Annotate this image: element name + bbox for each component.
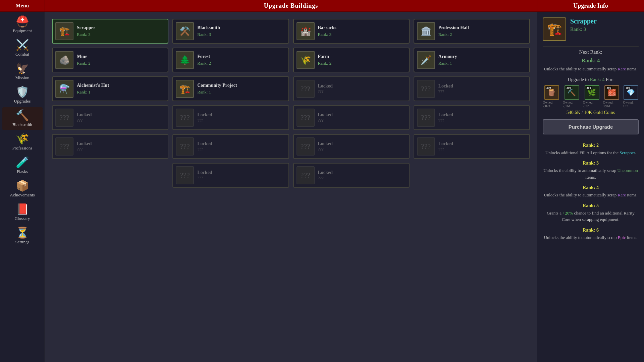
ore-icon: ⛏️ xyxy=(568,88,576,97)
farm-building-icon: 🌾 xyxy=(297,51,315,69)
locked-7-2-icon: ??? xyxy=(176,166,194,184)
rank-6-desc: Unlocks the ability to automatically scr… xyxy=(543,234,639,241)
upgrade-info-label: Upgrade Info xyxy=(573,2,608,9)
locked-5-3-info: Locked ??? xyxy=(318,141,406,152)
locked-5-3-name: Locked xyxy=(318,141,406,146)
upgrades-icon: 🛡️ xyxy=(16,86,29,97)
mine-rank: Rank: 2 xyxy=(77,61,165,66)
rank-2-desc: Unlocks additional Fill All options for … xyxy=(543,149,639,156)
building-card-scrapper[interactable]: 🏗️ Scrapper Rank: 3 xyxy=(52,19,168,44)
rank-2-label: Rank: 2 xyxy=(543,143,639,148)
sidebar-item-professions[interactable]: 🌾 Professions xyxy=(2,131,43,154)
locked-7-3-icon: ??? xyxy=(297,166,315,184)
scrapper-building-icon: 🏗️ xyxy=(55,22,73,40)
selected-building-name: Scrapper xyxy=(570,17,639,25)
purchase-upgrade-button[interactable]: Purchase Upgrade xyxy=(543,119,639,134)
cost-icon-stone: 🧱 300 xyxy=(604,85,619,100)
gem-icon: 💎 xyxy=(627,88,635,97)
building-card-forest[interactable]: 🌲 Forest Rank: 2 xyxy=(172,48,289,72)
rank-3-label: Rank: 3 xyxy=(543,161,639,166)
gold-amount: 540.6K xyxy=(567,110,581,115)
selected-building-current-rank: Rank: 3 xyxy=(570,26,639,32)
locked-4-4-info: Locked ??? xyxy=(438,112,527,123)
sidebar-item-flasks[interactable]: 🧪 Flasks xyxy=(2,154,43,177)
sidebar-item-combat[interactable]: ⚔️ Combat xyxy=(2,37,43,60)
main-body: ⛑️ Equipment ⚔️ Combat 🦅 Mission 🛡️ Upgr… xyxy=(0,12,644,362)
locked-4-1-info: Locked ??? xyxy=(77,112,165,123)
building-card-profession-hall[interactable]: 🏛️ Profession Hall Rank: 2 xyxy=(414,19,530,44)
locked-4-1-name: Locked xyxy=(77,112,165,118)
cost-icon-wood: 🪵 300 xyxy=(544,85,559,100)
locked-3-3-icon: ??? xyxy=(297,80,315,98)
upgrade-info-panel: 🏗️ Scrapper Rank: 3 Next Rank: Rank: 4 U… xyxy=(537,12,644,362)
blacksmith-name: Blacksmith xyxy=(197,25,285,31)
combat-icon: ⚔️ xyxy=(16,40,29,50)
cost-item-gem: 💎 100 Owned: 137 xyxy=(623,85,639,108)
locked-5-4-info: Locked ??? xyxy=(438,141,527,152)
blacksmith-building-icon: ⚒️ xyxy=(176,22,194,40)
locked-4-3-qqq: ??? xyxy=(318,118,406,123)
sidebar-label-professions: Professions xyxy=(12,145,33,151)
stone-owned: Owned: 3,961 xyxy=(603,101,621,108)
building-card-locked-7-3: ??? Locked ??? xyxy=(293,163,410,188)
wood-amount: 300 xyxy=(546,86,552,89)
building-card-locked-5-1: ??? Locked ??? xyxy=(52,134,168,159)
rank-history-item-3: Rank: 3 Unlocks the ability to automatic… xyxy=(543,161,639,180)
building-card-locked-5-3: ??? Locked ??? xyxy=(293,134,410,159)
rank-5-desc: Grants a +20% chance to find an addition… xyxy=(543,210,639,223)
epic-text: Epic xyxy=(618,235,626,240)
sidebar-item-glossary[interactable]: 📕 Glossary xyxy=(2,201,43,224)
cost-item-ore: ⛏️ 300 Owned: 2,164 xyxy=(563,85,581,108)
locked-5-1-qqq: ??? xyxy=(77,146,165,152)
farm-rank: Rank: 2 xyxy=(318,61,406,66)
building-card-alchemist-hut[interactable]: ⚗️ Alchemist's Hut Rank: 1 xyxy=(52,76,168,101)
locked-4-2-name: Locked xyxy=(197,112,285,118)
farm-name: Farm xyxy=(318,54,406,59)
blacksmith-info: Blacksmith Rank: 3 xyxy=(197,25,285,37)
locked-5-4-name: Locked xyxy=(438,141,527,146)
forest-name: Forest xyxy=(197,54,285,59)
divider-2 xyxy=(543,140,639,140)
sidebar-item-upgrades[interactable]: 🛡️ Upgrades xyxy=(2,84,43,107)
sidebar-item-achievements[interactable]: 📦 Achievements xyxy=(2,178,43,200)
gem-amount: 100 xyxy=(625,86,631,89)
locked-5-1-name: Locked xyxy=(77,141,165,146)
locked-4-1-qqq: ??? xyxy=(77,118,165,123)
farm-info: Farm Rank: 2 xyxy=(318,54,406,66)
page-title: Upgrade Buildings xyxy=(45,0,537,11)
forest-info: Forest Rank: 2 xyxy=(197,54,285,66)
locked-5-2-icon: ??? xyxy=(176,137,194,156)
locked-3-4-icon: ??? xyxy=(417,80,435,98)
sidebar-label-flasks: Flasks xyxy=(17,169,28,174)
locked-5-4-qqq: ??? xyxy=(438,146,527,152)
sidebar-label-combat: Combat xyxy=(15,52,29,57)
sidebar-item-blacksmith[interactable]: 🔨 Blacksmith xyxy=(2,107,43,130)
building-card-barracks[interactable]: 🏰 Barracks Rank: 3 xyxy=(293,19,410,44)
locked-3-3-qqq: ??? xyxy=(318,89,406,94)
building-card-locked-5-2: ??? Locked ??? xyxy=(172,134,289,159)
glossary-icon: 📕 xyxy=(16,204,29,215)
sidebar-item-equipment[interactable]: ⛑️ Equipment xyxy=(2,13,43,36)
flasks-icon: 🧪 xyxy=(16,157,29,168)
armoury-info: Armoury Rank: 1 xyxy=(438,54,527,66)
sidebar-item-mission[interactable]: 🦅 Mission xyxy=(2,60,43,83)
locked-7-3-qqq: ??? xyxy=(318,175,406,181)
building-card-armoury[interactable]: 🗡️ Armoury Rank: 1 xyxy=(414,48,530,72)
sidebar-label-achievements: Achievements xyxy=(10,192,35,198)
wood-icon: 🪵 xyxy=(547,88,556,97)
barracks-info: Barracks Rank: 3 xyxy=(318,25,406,37)
locked-3-4-qqq: ??? xyxy=(438,89,527,94)
alchemist-hut-building-icon: ⚗️ xyxy=(55,80,73,98)
armoury-name: Armoury xyxy=(438,54,527,59)
sidebar-item-settings[interactable]: ⏳ Settings xyxy=(2,225,43,247)
uncommon-text: Uncommon xyxy=(617,168,638,173)
locked-3-3-name: Locked xyxy=(318,83,406,89)
next-rank-desc: Unlocks the ability to automatically scr… xyxy=(543,66,639,72)
building-card-blacksmith[interactable]: ⚒️ Blacksmith Rank: 3 xyxy=(172,19,289,44)
building-card-mine[interactable]: 🪨 Mine Rank: 2 xyxy=(52,48,168,72)
building-card-community-project[interactable]: 🏗️ Community Project Rank: 1 xyxy=(172,76,289,101)
percent-bonus: +20% xyxy=(562,210,573,216)
building-card-farm[interactable]: 🌾 Farm Rank: 2 xyxy=(293,48,410,72)
building-card-locked-3-4: ??? Locked ??? xyxy=(414,76,530,101)
rank-3-desc: Unlocks the ability to automatically scr… xyxy=(543,167,639,180)
